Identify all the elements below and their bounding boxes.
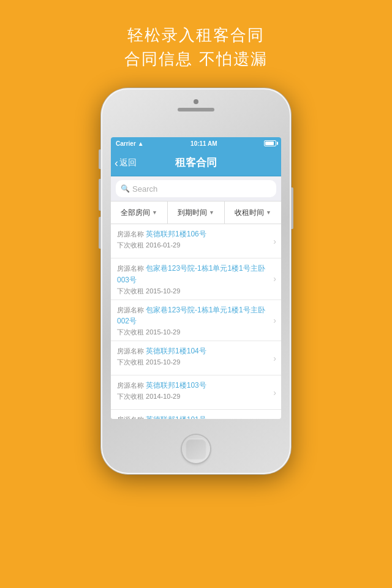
tagline-line1: 轻松录入租客合同 bbox=[124, 23, 267, 47]
volume-up-button bbox=[99, 179, 101, 211]
filter-due-time-label: 到期时间 bbox=[178, 208, 207, 218]
item-sub-value: 2015-10-29 bbox=[146, 358, 180, 366]
search-icon: 🔍 bbox=[121, 184, 130, 193]
item-sub-row: 下次收租 2015-10-29 bbox=[117, 358, 206, 367]
phone-shell: Carrier ▲ 10:11 AM ‹ 返回 bbox=[101, 88, 291, 474]
item-content: 房源名称 英德联邦1楼101号 下次收租 2014-10-29 bbox=[117, 413, 206, 419]
mute-button bbox=[99, 149, 101, 169]
item-name-row: 房源名称 英德联邦1楼101号 bbox=[117, 413, 206, 419]
item-content: 房源名称 英德联邦1楼106号 下次收租 2016-01-29 bbox=[117, 228, 206, 250]
battery-icon bbox=[264, 140, 276, 146]
item-chevron-icon: › bbox=[273, 236, 276, 246]
filter-due-time-arrow: ▼ bbox=[209, 209, 214, 216]
status-right bbox=[264, 140, 276, 146]
item-sub-row: 下次收租 2015-10-29 bbox=[117, 287, 275, 296]
search-input-wrap[interactable]: 🔍 Search bbox=[116, 180, 276, 197]
item-name-row: 房源名称 英德联邦1楼104号 bbox=[117, 345, 206, 356]
item-chevron-icon: › bbox=[273, 315, 276, 325]
item-name-label: 房源名称 bbox=[117, 382, 146, 389]
phone-mockup: Carrier ▲ 10:11 AM ‹ 返回 bbox=[101, 88, 291, 474]
item-row: 房源名称 包家巷123号院-1栋1单元1楼1号主卧003号 下次收租 2015-… bbox=[117, 262, 275, 296]
filter-row: 全部房间 ▼ 到期时间 ▼ 收租时间 ▼ bbox=[111, 202, 281, 224]
item-content: 房源名称 英德联邦1楼104号 下次收租 2015-10-29 bbox=[117, 345, 206, 367]
item-name-row: 房源名称 包家巷123号院-1栋1单元1楼1号主卧003号 bbox=[117, 262, 275, 285]
item-sub-value: 2015-10-29 bbox=[146, 328, 180, 336]
item-row: 房源名称 英德联邦1楼103号 下次收租 2014-10-29 › bbox=[117, 379, 275, 401]
list-item[interactable]: 房源名称 包家巷123号院-1栋1单元1楼1号主卧003号 下次收租 2015-… bbox=[111, 258, 281, 300]
item-chevron-icon: › bbox=[273, 274, 276, 284]
list-item[interactable]: 房源名称 英德联邦1楼104号 下次收租 2015-10-29 › bbox=[111, 341, 281, 375]
item-content: 房源名称 英德联邦1楼103号 下次收租 2014-10-29 bbox=[117, 379, 206, 401]
speaker-grille bbox=[178, 108, 214, 111]
item-name-label: 房源名称 bbox=[117, 230, 146, 238]
search-bar[interactable]: 🔍 Search bbox=[111, 176, 281, 202]
item-sub-row: 下次收租 2016-01-29 bbox=[117, 241, 206, 250]
back-label: 返回 bbox=[119, 157, 137, 168]
list-item[interactable]: 房源名称 英德联邦1楼106号 下次收租 2016-01-29 › bbox=[111, 224, 281, 258]
list-item[interactable]: 房源名称 包家巷123号院-1栋1单元1楼1号主卧002号 下次收租 2015-… bbox=[111, 300, 281, 342]
item-chevron-icon: › bbox=[273, 353, 276, 363]
item-row: 房源名称 包家巷123号院-1栋1单元1楼1号主卧002号 下次收租 2015-… bbox=[117, 304, 275, 337]
item-chevron-icon: › bbox=[273, 388, 276, 398]
screen-content: Carrier ▲ 10:11 AM ‹ 返回 bbox=[111, 137, 281, 419]
carrier-label: Carrier bbox=[116, 140, 136, 147]
camera-dot bbox=[194, 99, 198, 104]
item-sub-row: 下次收租 2015-10-29 bbox=[117, 328, 275, 337]
back-button[interactable]: ‹ 返回 bbox=[115, 157, 137, 168]
status-time: 10:11 AM bbox=[190, 140, 217, 147]
status-left: Carrier ▲ bbox=[116, 140, 144, 147]
item-name-row: 房源名称 英德联邦1楼103号 bbox=[117, 379, 206, 391]
item-sub-label: 下次收租 bbox=[117, 358, 146, 366]
item-sub-label: 下次收租 bbox=[117, 328, 146, 336]
list-item[interactable]: 房源名称 英德联邦1楼101号 下次收租 2014-10-29 › bbox=[111, 410, 281, 419]
tagline: 轻松录入租客合同 合同信息 不怕遗漏 bbox=[124, 23, 267, 71]
filter-all-rooms-arrow: ▼ bbox=[152, 209, 157, 216]
filter-all-rooms[interactable]: 全部房间 ▼ bbox=[111, 202, 168, 224]
battery-fill bbox=[265, 141, 274, 145]
filter-rent-time-label: 收租时间 bbox=[235, 208, 264, 218]
item-sub-label: 下次收租 bbox=[117, 241, 146, 249]
item-name-label: 房源名称 bbox=[117, 265, 146, 272]
item-name-label: 房源名称 bbox=[117, 347, 146, 355]
item-content: 房源名称 包家巷123号院-1栋1单元1楼1号主卧002号 下次收租 2015-… bbox=[117, 304, 275, 337]
item-row: 房源名称 英德联邦1楼104号 下次收租 2015-10-29 › bbox=[117, 345, 275, 367]
filter-rent-time-arrow: ▼ bbox=[266, 209, 271, 216]
nav-bar: ‹ 返回 租客合同 bbox=[111, 149, 281, 176]
filter-all-rooms-label: 全部房间 bbox=[121, 208, 150, 218]
home-button-inner bbox=[186, 439, 206, 459]
search-placeholder: Search bbox=[132, 184, 157, 194]
phone-top-bar bbox=[153, 99, 239, 111]
item-name-label: 房源名称 bbox=[117, 416, 146, 419]
item-name-row: 房源名称 包家巷123号院-1栋1单元1楼1号主卧002号 bbox=[117, 304, 275, 327]
item-name-value: 英德联邦1楼104号 bbox=[146, 347, 206, 355]
volume-down-button bbox=[99, 217, 101, 249]
power-button bbox=[291, 187, 293, 229]
item-sub-value: 2015-10-29 bbox=[146, 287, 180, 295]
item-name-value: 英德联邦1楼106号 bbox=[146, 230, 206, 238]
item-content: 房源名称 包家巷123号院-1栋1单元1楼1号主卧003号 下次收租 2015-… bbox=[117, 262, 275, 296]
wifi-icon: ▲ bbox=[138, 140, 144, 147]
home-button[interactable] bbox=[182, 435, 210, 463]
item-sub-value: 2016-01-29 bbox=[146, 241, 180, 249]
item-row: 房源名称 英德联邦1楼106号 下次收租 2016-01-29 › bbox=[117, 228, 275, 250]
contract-list: 房源名称 英德联邦1楼106号 下次收租 2016-01-29 › 房源名称 包… bbox=[111, 224, 281, 419]
list-item[interactable]: 房源名称 英德联邦1楼103号 下次收租 2014-10-29 › bbox=[111, 375, 281, 410]
item-name-value: 英德联邦1楼101号 bbox=[146, 415, 206, 419]
item-name-value: 英德联邦1楼103号 bbox=[146, 381, 206, 390]
item-name-label: 房源名称 bbox=[117, 306, 146, 314]
phone-screen: Carrier ▲ 10:11 AM ‹ 返回 bbox=[111, 137, 281, 419]
item-sub-row: 下次收租 2014-10-29 bbox=[117, 392, 206, 401]
item-row: 房源名称 英德联邦1楼101号 下次收租 2014-10-29 › bbox=[117, 413, 275, 419]
item-sub-label: 下次收租 bbox=[117, 287, 146, 295]
status-bar: Carrier ▲ 10:11 AM bbox=[111, 137, 281, 149]
item-sub-value: 2014-10-29 bbox=[146, 393, 180, 400]
filter-rent-time[interactable]: 收租时间 ▼ bbox=[225, 202, 281, 224]
nav-title: 租客合同 bbox=[175, 156, 217, 170]
item-sub-label: 下次收租 bbox=[117, 393, 146, 400]
filter-due-time[interactable]: 到期时间 ▼ bbox=[168, 202, 225, 224]
item-name-row: 房源名称 英德联邦1楼106号 bbox=[117, 228, 206, 239]
back-chevron-icon: ‹ bbox=[115, 157, 118, 168]
tagline-line2: 合同信息 不怕遗漏 bbox=[124, 47, 267, 71]
